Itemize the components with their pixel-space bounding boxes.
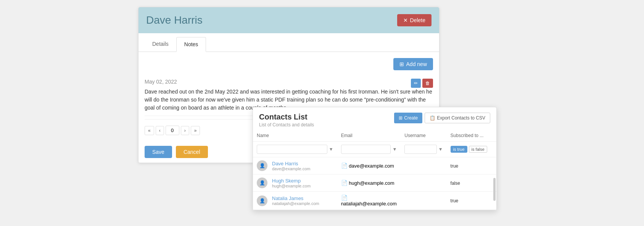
contact-subscribed-cell-3: true bbox=[447, 192, 496, 210]
note-edit-button[interactable]: ✏ bbox=[411, 79, 421, 88]
subscribed-true-pill[interactable]: is true bbox=[451, 146, 467, 153]
contact-username-cell-2 bbox=[401, 174, 446, 192]
doc-icon-1[interactable]: 📄 bbox=[341, 163, 348, 169]
col-name: Name bbox=[253, 130, 337, 142]
note-date: May 02, 2022 bbox=[145, 79, 433, 85]
prev-page-button[interactable]: ‹ bbox=[156, 126, 164, 135]
grid-icon: ⊞ bbox=[399, 115, 402, 121]
filter-email-cell: ▼ bbox=[337, 142, 401, 157]
tabs-bar: Details Notes bbox=[138, 37, 439, 52]
save-button[interactable]: Save bbox=[145, 146, 172, 158]
add-new-button[interactable]: ⊞ Add new bbox=[393, 58, 433, 70]
last-page-button[interactable]: » bbox=[191, 126, 200, 135]
contact-subscribed-cell-2: false bbox=[447, 174, 496, 192]
contacts-panel: Contacts List List of Contacts and detai… bbox=[253, 107, 497, 210]
contact-name-cell-2: 👤 Hugh Skemp hugh@example.com bbox=[253, 174, 337, 192]
tab-details[interactable]: Details bbox=[145, 37, 176, 52]
contact-email-1: dave@example.com bbox=[349, 163, 394, 169]
doc-icon-3[interactable]: 📄 bbox=[341, 195, 348, 201]
plus-icon: ⊞ bbox=[399, 61, 404, 67]
filter-username-cell: ▼ bbox=[401, 142, 446, 157]
contact-email-3: nataliajah@example.com bbox=[341, 201, 397, 207]
filter-name-icon: ▼ bbox=[329, 147, 333, 152]
contact-subscribed-cell-1: true bbox=[447, 157, 496, 174]
detail-header: Dave Harris ✕ Delete bbox=[138, 7, 439, 33]
filter-name-cell: ▼ bbox=[253, 142, 337, 157]
contact-name-3[interactable]: Natalia James bbox=[272, 195, 319, 201]
avatar-1: 👤 bbox=[257, 160, 267, 171]
times-icon: ✕ bbox=[403, 17, 408, 23]
scrollbar-thumb[interactable] bbox=[493, 178, 496, 201]
export-icon: 📋 bbox=[430, 115, 435, 121]
contacts-header: Contacts List List of Contacts and detai… bbox=[253, 107, 496, 130]
col-email: Email bbox=[337, 130, 401, 142]
contact-email-cell-3: 📄 nataliajah@example.com bbox=[337, 192, 401, 210]
contact-name-title: Dave Harris bbox=[146, 14, 203, 26]
contacts-table: Name Email Username Subscribed to ... ▼ bbox=[253, 130, 496, 210]
subscribed-val-3: true bbox=[451, 198, 459, 203]
table-row: 👤 Natalia James nataliajah@example.com 📄… bbox=[253, 192, 496, 210]
tab-notes[interactable]: Notes bbox=[176, 37, 206, 52]
filter-subscribed-cell: is true is false bbox=[447, 142, 496, 157]
cancel-button[interactable]: Cancel bbox=[176, 146, 208, 158]
avatar-2: 👤 bbox=[257, 178, 267, 188]
create-button[interactable]: ⊞ Create bbox=[394, 113, 422, 123]
contacts-title-group: Contacts List List of Contacts and detai… bbox=[259, 113, 314, 128]
note-delete-button[interactable]: 🗑 bbox=[422, 79, 433, 88]
contacts-subtitle: List of Contacts and details bbox=[259, 122, 314, 128]
contact-email-2: hugh@example.com bbox=[349, 180, 394, 186]
filter-username-input[interactable] bbox=[404, 145, 436, 154]
contact-email-cell-2: 📄 hugh@example.com bbox=[337, 174, 401, 192]
avatar-3: 👤 bbox=[257, 195, 267, 206]
delete-button[interactable]: ✕ Delete bbox=[397, 14, 431, 26]
contacts-table-wrapper: Name Email Username Subscribed to ... ▼ bbox=[253, 130, 496, 210]
col-username: Username bbox=[401, 130, 446, 142]
contact-email-sub-2: hugh@example.com bbox=[272, 184, 311, 188]
subscribed-val-1: true bbox=[451, 163, 459, 169]
contact-email-sub-3: nataliajah@example.com bbox=[272, 201, 319, 206]
page-number: 0 bbox=[166, 126, 179, 135]
add-new-bar: ⊞ Add new bbox=[145, 58, 433, 70]
contact-username-cell-3 bbox=[401, 192, 446, 210]
contact-email-sub-1: dave@example.com bbox=[272, 166, 310, 171]
table-row: 👤 Hugh Skemp hugh@example.com 📄 hugh@exa… bbox=[253, 174, 496, 192]
contact-name-cell-3: 👤 Natalia James nataliajah@example.com bbox=[253, 192, 337, 210]
filter-email-input[interactable] bbox=[341, 145, 391, 154]
filter-username-icon: ▼ bbox=[438, 147, 443, 152]
table-row: 👤 Dave Harris dave@example.com 📄 dave@ex… bbox=[253, 157, 496, 174]
contacts-header-actions: ⊞ Create 📋 Export Contacts to CSV bbox=[394, 113, 490, 123]
col-subscribed: Subscribed to ... bbox=[447, 130, 496, 142]
filter-row: ▼ ▼ ▼ bbox=[253, 142, 496, 157]
first-page-button[interactable]: « bbox=[145, 126, 154, 135]
contacts-table-body: 👤 Dave Harris dave@example.com 📄 dave@ex… bbox=[253, 157, 496, 210]
note-actions: ✏ 🗑 bbox=[411, 79, 433, 88]
contact-name-cell-1: 👤 Dave Harris dave@example.com bbox=[253, 157, 337, 174]
export-button[interactable]: 📋 Export Contacts to CSV bbox=[425, 113, 490, 123]
contact-username-cell-1 bbox=[401, 157, 446, 174]
contact-name-1[interactable]: Dave Harris bbox=[272, 161, 310, 166]
contact-name-2[interactable]: Hugh Skemp bbox=[272, 178, 311, 184]
filter-name-input[interactable] bbox=[257, 145, 327, 154]
next-page-button[interactable]: › bbox=[181, 126, 189, 135]
contacts-title: Contacts List bbox=[259, 113, 314, 121]
subscribed-false-pill[interactable]: is false bbox=[469, 146, 487, 153]
doc-icon-2[interactable]: 📄 bbox=[341, 180, 348, 186]
contact-email-cell-1: 📄 dave@example.com bbox=[337, 157, 401, 174]
subscribed-val-2: false bbox=[451, 181, 460, 186]
table-header-row: Name Email Username Subscribed to ... bbox=[253, 130, 496, 142]
filter-email-icon: ▼ bbox=[392, 147, 397, 152]
